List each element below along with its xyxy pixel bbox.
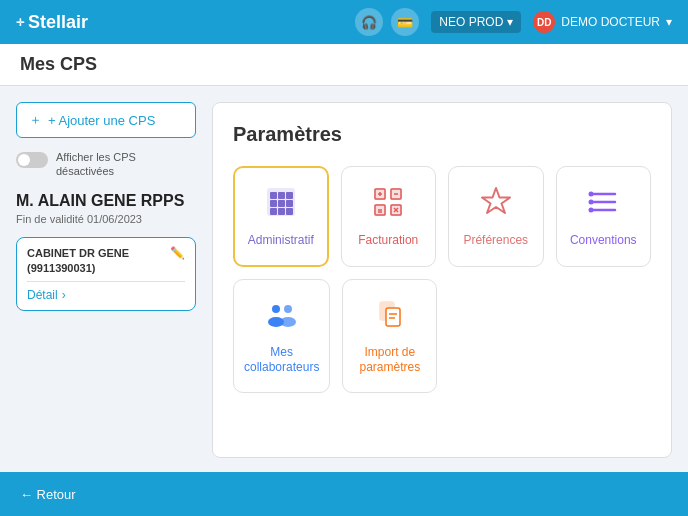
parametres-title: Paramètres — [233, 123, 651, 146]
add-cps-label: + Ajouter une CPS — [48, 113, 155, 128]
detail-arrow-icon: › — [62, 288, 66, 302]
svg-rect-2 — [278, 192, 285, 199]
doctor-name: M. ALAIN GENE RPPS — [16, 191, 196, 212]
svg-point-32 — [272, 305, 280, 313]
cabinet-header: CABINET DR GENE (9911390031) ✏️ — [27, 246, 185, 275]
import-label: Import de paramètres — [353, 345, 426, 376]
grid-item-import[interactable]: Import de paramètres — [342, 279, 437, 393]
svg-rect-9 — [286, 208, 293, 215]
conventions-label: Conventions — [570, 233, 637, 249]
cabinet-edit-icon[interactable]: ✏️ — [170, 246, 185, 260]
administratif-label: Administratif — [248, 233, 314, 249]
parametres-panel: Paramètres — [212, 102, 672, 458]
env-dropdown-icon: ▾ — [507, 15, 513, 29]
cabinet-name: CABINET DR GENE (9911390031) — [27, 246, 170, 275]
svg-rect-6 — [286, 200, 293, 207]
conventions-icon — [585, 184, 621, 225]
sidebar: ＋ + Ajouter une CPS Afficher les CPS dés… — [16, 102, 196, 458]
facturation-icon — [370, 184, 406, 225]
app-footer: ← Retour — [0, 472, 688, 516]
svg-rect-8 — [278, 208, 285, 215]
svg-point-30 — [589, 200, 594, 205]
grid-item-collaborateurs[interactable]: Mes collaborateurs — [233, 279, 330, 393]
page-title: Mes CPS — [20, 54, 668, 75]
svg-point-31 — [589, 208, 594, 213]
add-cps-button[interactable]: ＋ + Ajouter une CPS — [16, 102, 196, 138]
grid-item-conventions[interactable]: Conventions — [556, 166, 652, 267]
collaborateurs-icon — [264, 296, 300, 337]
add-icon: ＋ — [29, 111, 42, 129]
import-icon — [372, 296, 408, 337]
header-icons: 🎧 💳 — [355, 8, 419, 36]
page-title-bar: Mes CPS — [0, 44, 688, 86]
cps-toggle[interactable] — [16, 152, 48, 168]
svg-rect-1 — [270, 192, 277, 199]
doctor-info: M. ALAIN GENE RPPS Fin de validité 01/06… — [16, 191, 196, 226]
administratif-icon — [263, 184, 299, 225]
header-right: 🎧 💳 NEO PROD ▾ DD DEMO DOCTEUR ▾ — [355, 8, 672, 36]
parametres-grid-row1: Administratif — [233, 166, 651, 267]
preferences-label: Préférences — [463, 233, 528, 249]
toggle-row: Afficher les CPS désactivées — [16, 150, 196, 179]
cabinet-card: CABINET DR GENE (9911390031) ✏️ Détail › — [16, 237, 196, 311]
svg-marker-25 — [482, 188, 510, 213]
grid-item-facturation[interactable]: Facturation — [341, 166, 437, 267]
parametres-grid-row2: Mes collaborateurs Import de paramètres — [233, 279, 651, 393]
svg-point-35 — [280, 317, 296, 327]
user-menu[interactable]: DD DEMO DOCTEUR ▾ — [533, 11, 672, 33]
card-icon[interactable]: 💳 — [391, 8, 419, 36]
main-content: ＋ + Ajouter une CPS Afficher les CPS dés… — [0, 86, 688, 474]
detail-label: Détail — [27, 288, 58, 302]
user-dropdown-icon: ▾ — [666, 15, 672, 29]
grid-item-administratif[interactable]: Administratif — [233, 166, 329, 267]
grid-empty-3 — [449, 279, 544, 393]
toggle-label: Afficher les CPS désactivées — [56, 150, 196, 179]
user-avatar: DD — [533, 11, 555, 33]
cabinet-detail-link[interactable]: Détail › — [27, 281, 185, 302]
svg-rect-3 — [286, 192, 293, 199]
headset-icon[interactable]: 🎧 — [355, 8, 383, 36]
back-label: ← Retour — [20, 487, 76, 502]
preferences-icon — [478, 184, 514, 225]
svg-rect-7 — [270, 208, 277, 215]
svg-point-29 — [589, 192, 594, 197]
logo-text: Stellair — [28, 12, 88, 33]
app-header: ✛ Stellair 🎧 💳 NEO PROD ▾ DD DEMO DOCTEU… — [0, 0, 688, 44]
svg-rect-5 — [278, 200, 285, 207]
svg-rect-4 — [270, 200, 277, 207]
svg-rect-37 — [386, 308, 400, 326]
facturation-label: Facturation — [358, 233, 418, 249]
svg-point-33 — [284, 305, 292, 313]
env-label: NEO PROD — [439, 15, 503, 29]
collaborateurs-label: Mes collaborateurs — [244, 345, 319, 376]
user-label: DEMO DOCTEUR — [561, 15, 660, 29]
grid-item-preferences[interactable]: Préférences — [448, 166, 544, 267]
logo-plus-icon: ✛ — [16, 17, 24, 28]
back-button[interactable]: ← Retour — [20, 487, 76, 502]
doctor-validity: Fin de validité 01/06/2023 — [16, 213, 196, 225]
app-logo: ✛ Stellair — [16, 12, 88, 33]
env-selector[interactable]: NEO PROD ▾ — [431, 11, 521, 33]
grid-empty-4 — [556, 279, 651, 393]
